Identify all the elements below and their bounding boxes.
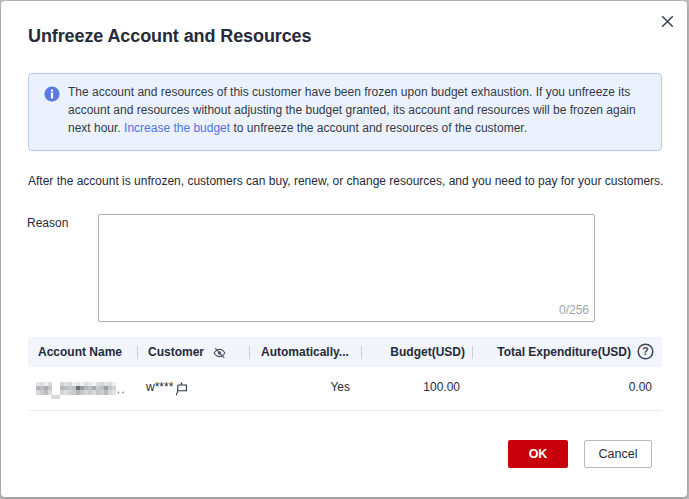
svg-text:?: ?: [642, 345, 648, 357]
